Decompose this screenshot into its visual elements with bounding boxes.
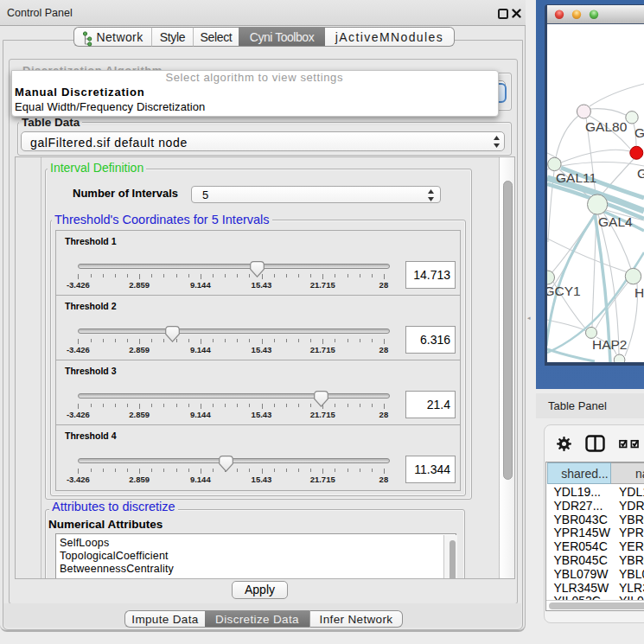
- svg-text:GCY1: GCY1: [547, 284, 581, 298]
- svg-text:GAL11: GAL11: [556, 170, 596, 185]
- svg-text:HAP2: HAP2: [592, 337, 628, 352]
- svg-text:GA: GA: [637, 166, 644, 181]
- svg-text:HI: HI: [634, 285, 644, 300]
- svg-text:GAL80: GAL80: [585, 119, 628, 134]
- svg-text:GA: GA: [634, 125, 644, 140]
- svg-text:GAL4: GAL4: [598, 214, 633, 229]
